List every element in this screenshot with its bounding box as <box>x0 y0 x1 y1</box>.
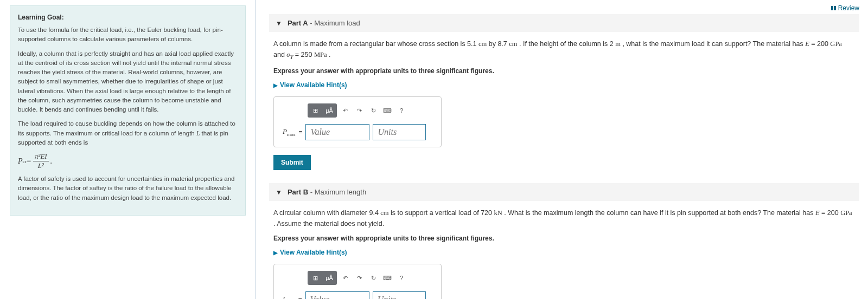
value-input[interactable] <box>305 291 369 299</box>
reset-button[interactable]: ↻ <box>367 271 379 285</box>
help-button[interactable]: ? <box>395 271 407 285</box>
euler-formula: Pcr = π²EI L² . <box>18 152 238 170</box>
templates-button[interactable]: ⊞ <box>309 272 322 284</box>
redo-button[interactable]: ↷ <box>353 271 365 285</box>
part-b-hints-link[interactable]: View Available Hint(s) <box>273 249 855 256</box>
part-a-header: ▼ Part A - Maximum load <box>269 14 859 32</box>
right-panel: Review ▼ Part A - Maximum load A column … <box>256 0 868 299</box>
units-button[interactable]: μÅ <box>323 105 336 116</box>
answer-toolbar: ⊞ μÅ ↶ ↷ ↻ ⌨ ? <box>283 103 432 118</box>
part-a-hints-link[interactable]: View Available Hint(s) <box>273 81 855 89</box>
left-panel: Learning Goal: To use the formula for th… <box>0 0 256 299</box>
value-input[interactable] <box>305 124 369 140</box>
learning-goal-heading: Learning Goal: <box>18 14 238 21</box>
learning-goal-p3: The load required to cause buckling depe… <box>18 119 238 147</box>
part-b-instruction: Express your answer with appropriate uni… <box>273 235 855 242</box>
part-b-answer-box: ⊞ μÅ ↶ ↷ ↻ ⌨ ? Lmax = <box>273 264 442 299</box>
learning-goal-p1: To use the formula for the critical load… <box>18 25 238 44</box>
part-b-question: A circular column with diameter 9.4 cm i… <box>273 207 855 229</box>
review-link[interactable]: Review <box>269 4 859 14</box>
part-a-answer-box: ⊞ μÅ ↶ ↷ ↻ ⌨ ? Pmax = <box>273 96 442 147</box>
help-button[interactable]: ? <box>395 103 407 118</box>
reset-button[interactable]: ↻ <box>367 103 379 118</box>
undo-button[interactable]: ↶ <box>339 271 351 285</box>
var-label: Lmax <box>283 295 295 299</box>
part-a-body: A column is made from a rectangular bar … <box>269 38 859 183</box>
keyboard-button[interactable]: ⌨ <box>381 271 393 285</box>
templates-button[interactable]: ⊞ <box>309 105 322 116</box>
collapse-icon[interactable]: ▼ <box>276 188 282 196</box>
submit-button[interactable]: Submit <box>273 155 311 170</box>
part-a-instruction: Express your answer with appropriate uni… <box>273 67 855 75</box>
undo-button[interactable]: ↶ <box>339 103 351 118</box>
keyboard-button[interactable]: ⌨ <box>381 103 393 118</box>
learning-goal-p4: A factor of safety is used to account fo… <box>18 174 238 203</box>
part-b-body: A circular column with diameter 9.4 cm i… <box>269 207 859 299</box>
learning-goal-box: Learning Goal: To use the formula for th… <box>10 5 246 216</box>
collapse-icon[interactable]: ▼ <box>276 20 282 27</box>
units-button[interactable]: μÅ <box>323 272 336 284</box>
answer-toolbar: ⊞ μÅ ↶ ↷ ↻ ⌨ ? <box>283 271 432 285</box>
part-b-header: ▼ Part B - Maximum length <box>269 183 859 201</box>
var-label: Pmax <box>283 127 295 137</box>
redo-button[interactable]: ↷ <box>353 103 365 118</box>
learning-goal-p2: Ideally, a column that is perfectly stra… <box>18 49 238 115</box>
review-icon <box>831 6 836 10</box>
part-a-question: A column is made from a rectangular bar … <box>273 38 855 62</box>
units-input[interactable] <box>373 124 426 140</box>
units-input[interactable] <box>373 291 426 299</box>
